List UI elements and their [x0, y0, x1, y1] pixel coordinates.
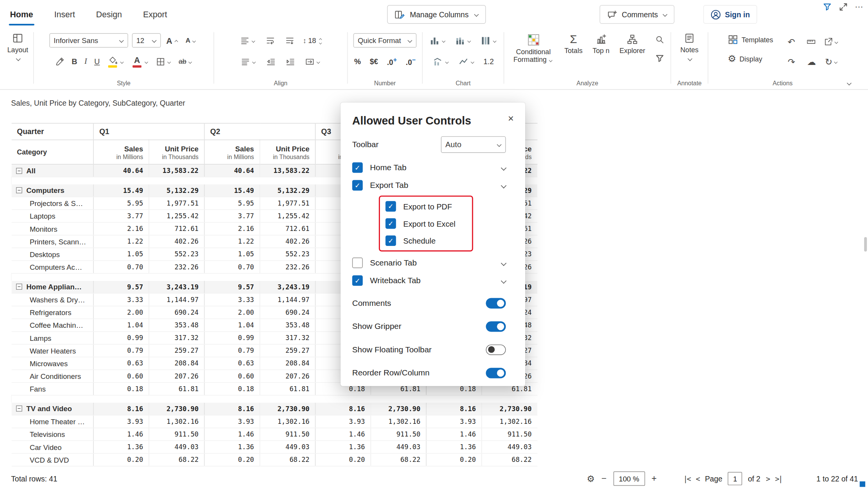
checkbox-export-tab[interactable]: ✓: [352, 180, 363, 190]
last-page-button[interactable]: >|: [775, 475, 782, 483]
row-label-laptops[interactable]: Laptops: [12, 210, 93, 222]
row-label-water-heaters[interactable]: Water Heaters: [12, 344, 93, 357]
row-height-stepper[interactable]: ↕ 18: [303, 36, 323, 45]
checkbox-export-to-excel[interactable]: ✓: [385, 218, 396, 229]
page-setup-button[interactable]: [807, 37, 816, 47]
cell-sales[interactable]: 3.93: [204, 415, 260, 428]
underline-button[interactable]: U: [93, 56, 102, 67]
font-color-button[interactable]: A: [130, 55, 150, 68]
prev-page-button[interactable]: <: [696, 475, 699, 483]
bar-chart-button[interactable]: [428, 34, 448, 47]
cell-unit-price[interactable]: 317.32: [260, 332, 315, 344]
menu-tab-design[interactable]: Design: [95, 0, 123, 28]
cell-sales[interactable]: 0.99: [204, 332, 260, 344]
cell-sales[interactable]: 0.60: [93, 370, 149, 382]
checkbox-schedule[interactable]: ✓: [385, 236, 396, 246]
cell-sales[interactable]: 0.79: [93, 344, 149, 357]
cell-sales[interactable]: 0.20: [93, 453, 149, 466]
row-label-televisions[interactable]: Televisions: [12, 428, 93, 441]
cell-unit-price[interactable]: 208.84: [260, 357, 315, 370]
cell-unit-price[interactable]: 1,302.16: [260, 415, 315, 428]
shrink-text-button[interactable]: [283, 35, 296, 46]
zoom-level[interactable]: 100 %: [613, 471, 645, 486]
row-label-fans[interactable]: Fans: [12, 382, 93, 395]
increase-decimal-button[interactable]: .0+: [385, 55, 398, 68]
cell-sales[interactable]: 9.57: [204, 281, 260, 293]
cell-unit-price[interactable]: 13,583.22: [260, 164, 315, 177]
cell-sales[interactable]: 1.46: [315, 428, 371, 441]
measure-header-sales[interactable]: Salesin Millions: [93, 140, 149, 164]
manage-columns-button[interactable]: Manage Columns: [387, 5, 486, 24]
grow-font-button[interactable]: A: [165, 35, 180, 46]
top-n-button[interactable]: Top n: [590, 33, 612, 55]
chevron-down-icon[interactable]: [500, 260, 506, 266]
cell-unit-price[interactable]: 207.26: [149, 370, 204, 382]
cell-sales[interactable]: 0.70: [204, 261, 260, 273]
cell-unit-price[interactable]: 1,302.16: [149, 415, 204, 428]
cell-sales[interactable]: 15.49: [204, 184, 260, 197]
cell-sales[interactable]: 8.16: [204, 402, 260, 415]
cell-unit-price[interactable]: 5,132.29: [260, 184, 315, 197]
row-label-home-applian[interactable]: Home Applian…: [12, 281, 93, 293]
cell-unit-price[interactable]: 5,132.29: [149, 184, 204, 197]
cell-unit-price[interactable]: 911.50: [482, 428, 537, 441]
cell-unit-price[interactable]: 353.48: [149, 319, 204, 332]
cell-unit-price[interactable]: 259.27: [260, 344, 315, 357]
close-icon[interactable]: ×: [503, 111, 518, 126]
cell-unit-price[interactable]: 13,583.22: [149, 164, 204, 177]
horizontal-align-button[interactable]: [238, 35, 257, 46]
filter-icon[interactable]: [655, 54, 665, 63]
measure-header-unit-price[interactable]: Unit Pricein Thousands: [260, 140, 315, 164]
cell-sales[interactable]: 8.16: [315, 402, 371, 415]
cell-sales[interactable]: 0.18: [93, 382, 149, 395]
row-label-coffee-machin[interactable]: Coffee Machin…: [12, 319, 93, 332]
cell-unit-price[interactable]: 449.03: [482, 441, 537, 453]
merge-cells-button[interactable]: [303, 56, 322, 67]
cell-unit-price[interactable]: 911.50: [149, 428, 204, 441]
toggle-show-floating-toolbar[interactable]: [486, 344, 506, 355]
first-page-button[interactable]: |<: [683, 475, 690, 483]
cell-sales[interactable]: 1.05: [204, 248, 260, 261]
cell-sales[interactable]: 2.00: [204, 306, 260, 319]
collapse-icon[interactable]: [16, 284, 22, 290]
filter-icon[interactable]: [823, 2, 832, 12]
cell-sales[interactable]: 0.63: [93, 357, 149, 370]
layout-button[interactable]: Layout: [5, 32, 30, 61]
cell-sales[interactable]: 1.22: [93, 235, 149, 248]
strikethrough-button[interactable]: ab: [177, 56, 194, 66]
cell-unit-price[interactable]: 1,144.97: [149, 293, 204, 306]
expand-icon[interactable]: [839, 2, 848, 12]
row-label-computers-ac[interactable]: Computers Ac…: [12, 261, 93, 273]
font-family-select[interactable]: Inforiver Sans: [49, 33, 128, 47]
cell-unit-price[interactable]: 207.26: [260, 370, 315, 382]
cell-unit-price[interactable]: 1,255.42: [149, 210, 204, 222]
export-data-button[interactable]: [824, 37, 839, 47]
cell-sales[interactable]: 2.00: [93, 306, 149, 319]
cell-unit-price[interactable]: 68.22: [482, 453, 537, 466]
cell-unit-price[interactable]: 552.23: [260, 248, 315, 261]
row-label-lamps[interactable]: Lamps: [12, 332, 93, 344]
row-label-tv-and-video[interactable]: TV and Video: [12, 402, 93, 415]
toggle-show-gripper[interactable]: [486, 321, 506, 331]
cell-sales[interactable]: 2.16: [93, 222, 149, 235]
cell-unit-price[interactable]: 712.61: [149, 222, 204, 235]
cell-unit-price[interactable]: 402.26: [149, 235, 204, 248]
cell-sales[interactable]: 3.77: [204, 210, 260, 222]
cell-sales[interactable]: 1.36: [204, 441, 260, 453]
cell-unit-price[interactable]: 690.24: [260, 306, 315, 319]
cell-unit-price[interactable]: 911.50: [260, 428, 315, 441]
cell-sales[interactable]: 8.16: [426, 402, 481, 415]
toolbar-mode-select[interactable]: Auto: [441, 136, 506, 153]
cell-sales[interactable]: 3.93: [93, 415, 149, 428]
collapse-icon[interactable]: [16, 188, 22, 194]
cell-unit-price[interactable]: 2,730.90: [260, 402, 315, 415]
templates-button[interactable]: Templates: [726, 33, 775, 46]
cell-unit-price[interactable]: 402.26: [260, 235, 315, 248]
borders-button[interactable]: [154, 56, 173, 67]
chevron-down-icon[interactable]: [500, 182, 506, 188]
category-header[interactable]: Category: [12, 140, 93, 164]
row-label-car-video[interactable]: Car Video: [12, 441, 93, 453]
page-input[interactable]: 1: [728, 472, 742, 485]
decrease-indent-button[interactable]: [265, 56, 277, 67]
cell-sales[interactable]: 3.33: [204, 293, 260, 306]
